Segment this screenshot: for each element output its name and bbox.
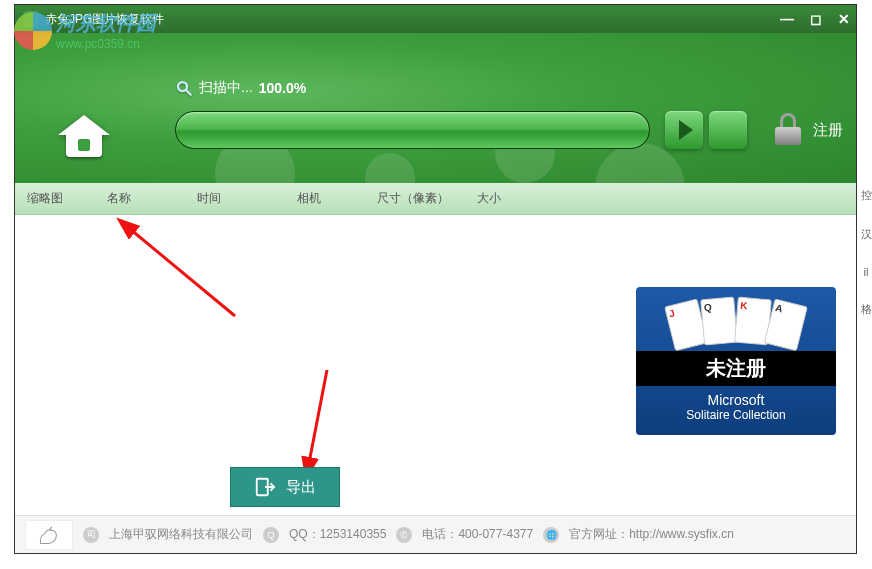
col-camera[interactable]: 相机 (285, 190, 365, 207)
col-filesize[interactable]: 大小 (465, 190, 545, 207)
svg-line-3 (309, 370, 327, 463)
phone-number: 400-077-4377 (458, 527, 533, 541)
promo-subtitle: Solitaire Collection (686, 408, 785, 422)
scan-percent: 100.0% (259, 80, 306, 96)
titlebar: 赤兔JPG图片恢复软件 — ◻ ✕ (15, 5, 856, 33)
progress-fill (176, 112, 649, 148)
progress-bar (175, 111, 650, 149)
home-icon (58, 115, 110, 157)
export-label: 导出 (286, 478, 316, 497)
header-area: 扫描中... 100.0% 注册 (15, 33, 856, 183)
register-link[interactable]: 注册 (813, 121, 843, 140)
search-icon (175, 79, 193, 97)
unregistered-banner: 未注册 (636, 351, 836, 386)
web-icon: 🌐 (543, 527, 559, 543)
company-name: 上海甲驭网络科技有限公司 (109, 526, 253, 543)
window-title: 赤兔JPG图片恢复软件 (45, 11, 164, 28)
stop-button[interactable] (709, 111, 747, 149)
col-dimensions[interactable]: 尺寸（像素） (365, 190, 465, 207)
scan-status: 扫描中... 100.0% (175, 79, 306, 97)
app-icon (23, 11, 39, 27)
close-button[interactable]: ✕ (838, 11, 850, 27)
footer-logo (25, 520, 73, 550)
company-icon: 司 (83, 527, 99, 543)
svg-line-1 (186, 90, 191, 95)
lock-icon (773, 115, 803, 145)
background-obscured-text: 控汉il格 (860, 188, 872, 528)
scan-label-text: 扫描中... (199, 79, 253, 97)
export-button[interactable]: 导出 (230, 467, 340, 507)
promo-card[interactable]: J Q K A 未注册 Microsoft Solitaire Collecti… (636, 287, 836, 435)
column-headers: 缩略图 名称 时间 相机 尺寸（像素） 大小 (15, 183, 856, 215)
play-button[interactable] (665, 111, 703, 149)
promo-title: Microsoft (708, 392, 765, 408)
website-link[interactable]: http://www.sysfix.cn (629, 527, 734, 541)
phone-icon: ✆ (396, 527, 412, 543)
results-area: J Q K A 未注册 Microsoft Solitaire Collecti… (15, 215, 856, 515)
qq-number: 1253140355 (320, 527, 387, 541)
annotation-arrow-2 (297, 365, 357, 479)
footer: 司 上海甲驭网络科技有限公司 Q QQ：1253140355 ✆ 电话：400-… (15, 515, 856, 553)
minimize-button[interactable]: — (780, 11, 794, 27)
cards-icon: J Q K A (668, 297, 804, 343)
export-icon (254, 476, 276, 498)
svg-line-2 (130, 229, 235, 316)
app-window: 赤兔JPG图片恢复软件 — ◻ ✕ 扫描中... 100.0% (14, 4, 857, 554)
col-time[interactable]: 时间 (185, 190, 285, 207)
home-button[interactable] (53, 108, 115, 164)
col-name[interactable]: 名称 (95, 190, 185, 207)
qq-icon: Q (263, 527, 279, 543)
maximize-button[interactable]: ◻ (810, 11, 822, 27)
annotation-arrow-1 (115, 221, 255, 335)
col-thumbnail[interactable]: 缩略图 (15, 190, 95, 207)
